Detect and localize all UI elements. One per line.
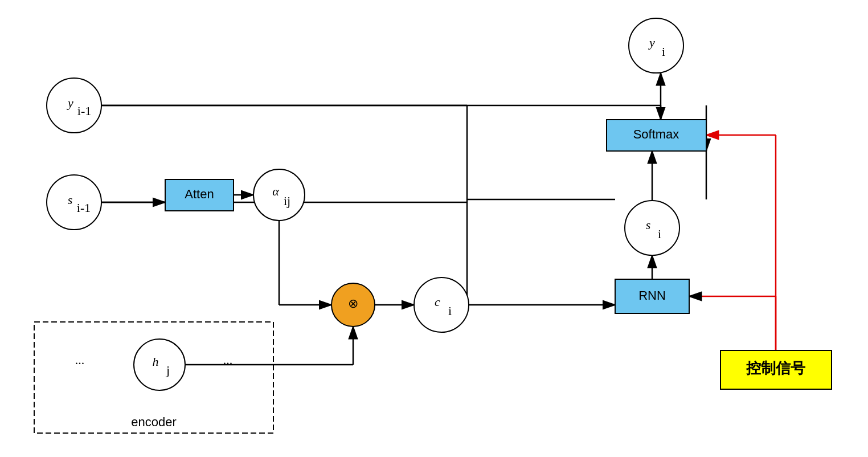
label-yi: y	[648, 35, 655, 50]
label-y-prev: y	[67, 96, 73, 110]
label-alpha-sub: ij	[284, 194, 290, 208]
label-hj: h	[153, 354, 159, 369]
label-multiply: ⊗	[348, 296, 358, 311]
label-s-prev: s	[68, 193, 73, 207]
label-alpha: α	[272, 184, 279, 198]
node-hj	[134, 339, 185, 390]
label-ci-sub: i	[448, 304, 452, 318]
encoder-label: encoder	[131, 415, 177, 429]
node-alpha	[253, 169, 305, 221]
label-si-sub: i	[658, 227, 661, 241]
node-yi	[629, 18, 683, 73]
label-softmax: Softmax	[633, 127, 679, 141]
node-ci	[414, 278, 469, 332]
label-s-prev-sub: i-1	[77, 201, 91, 215]
label-yi-sub: i	[662, 44, 665, 59]
encoder-dots-left: ···	[75, 356, 85, 370]
label-y-prev-sub: i-1	[77, 104, 91, 118]
label-rnn: RNN	[638, 288, 666, 303]
label-atten: Atten	[185, 187, 214, 201]
node-si	[625, 201, 679, 255]
node-s-prev	[47, 175, 101, 230]
diagram-svg: encoder	[0, 0, 868, 457]
label-ci: c	[435, 295, 440, 309]
diagram-container: encoder	[0, 0, 868, 457]
label-control: 控制信号	[746, 360, 806, 377]
label-hj-sub: j	[166, 363, 170, 377]
label-si: s	[646, 218, 651, 232]
encoder-dots-right: ···	[223, 356, 233, 370]
node-y-prev	[47, 78, 101, 133]
